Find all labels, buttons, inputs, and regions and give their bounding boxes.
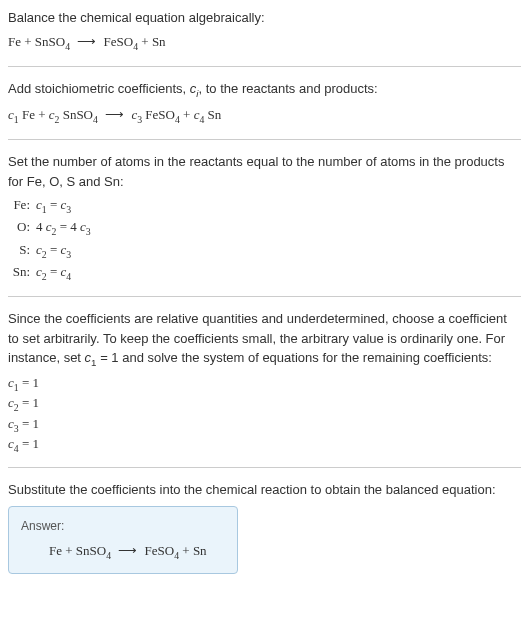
arrow-icon: ⟶	[77, 34, 96, 49]
section-title: Add stoichiometric coefficients, ci, to …	[8, 79, 521, 101]
section-balance-intro: Balance the chemical equation algebraica…	[8, 8, 521, 67]
balanced-equation: Fe + SnSO4 ⟶ FeSO4 + Sn	[21, 541, 225, 563]
section-title: Balance the chemical equation algebraica…	[8, 8, 521, 28]
equation-unbalanced: Fe + SnSO4 ⟶ FeSO4 + Sn	[8, 32, 521, 54]
section-title: Set the number of atoms in the reactants…	[8, 152, 521, 191]
atom-label: Sn:	[8, 262, 36, 284]
eq-rhs: FeSO4 + Sn	[104, 34, 166, 49]
arrow-icon: ⟶	[118, 543, 137, 558]
answer-label: Answer:	[21, 517, 225, 535]
atom-row: Sn: c2 = c4	[8, 262, 521, 284]
section-solve: Since the coefficients are relative quan…	[8, 309, 521, 468]
atom-label: O:	[8, 217, 36, 239]
coef-row: c3 = 1	[8, 415, 521, 435]
section-text: Since the coefficients are relative quan…	[8, 309, 521, 370]
eq-lhs: Fe + SnSO4	[8, 34, 70, 49]
section-title: Substitute the coefficients into the che…	[8, 480, 521, 500]
section-answer: Substitute the coefficients into the che…	[8, 480, 521, 574]
arrow-icon: ⟶	[105, 107, 124, 122]
coef-row: c4 = 1	[8, 435, 521, 455]
atom-row: S: c2 = c3	[8, 240, 521, 262]
section-add-coefficients: Add stoichiometric coefficients, ci, to …	[8, 79, 521, 140]
atom-equation: c2 = c3	[36, 240, 71, 262]
section-atom-equations: Set the number of atoms in the reactants…	[8, 152, 521, 297]
equation-with-coefficients: c1 Fe + c2 SnSO4 ⟶ c3 FeSO4 + c4 Sn	[8, 105, 521, 127]
atom-equation-table: Fe: c1 = c3 O: 4 c2 = 4 c3 S: c2 = c3 Sn…	[8, 195, 521, 284]
atom-label: S:	[8, 240, 36, 262]
atom-row: O: 4 c2 = 4 c3	[8, 217, 521, 239]
answer-box: Answer: Fe + SnSO4 ⟶ FeSO4 + Sn	[8, 506, 238, 574]
coef-row: c2 = 1	[8, 394, 521, 414]
atom-equation: c1 = c3	[36, 195, 71, 217]
atom-equation: c2 = c4	[36, 262, 71, 284]
coefficient-list: c1 = 1 c2 = 1 c3 = 1 c4 = 1	[8, 374, 521, 455]
coef-row: c1 = 1	[8, 374, 521, 394]
atom-row: Fe: c1 = c3	[8, 195, 521, 217]
atom-label: Fe:	[8, 195, 36, 217]
atom-equation: 4 c2 = 4 c3	[36, 217, 91, 239]
